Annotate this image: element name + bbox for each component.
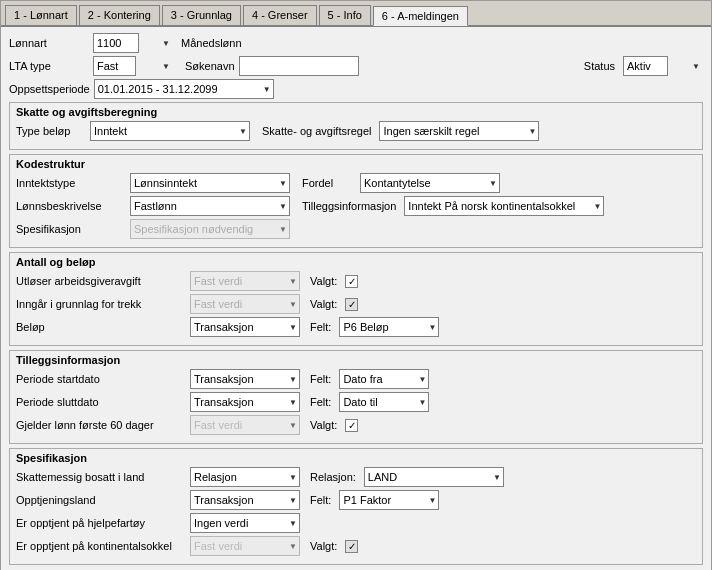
skatt-bosatt-label: Skattemessig bosatt i land xyxy=(16,471,186,483)
spesifikasjon-label: Spesifikasjon xyxy=(16,223,126,235)
utloses-valgt: Valgt: xyxy=(310,275,337,287)
status-select[interactable]: Aktiv xyxy=(623,56,668,76)
spesifikasjon-section: Spesifikasjon Skattemessig bosatt i land… xyxy=(9,448,703,565)
inngar-row: Inngår i grunnlag for trekk Fast verdi V… xyxy=(16,294,696,314)
skatt-bosatt-type-select[interactable]: Relasjon xyxy=(190,467,300,487)
periode-slutt-label: Periode sluttdato xyxy=(16,396,186,408)
gjelder-valgt: Valgt: xyxy=(310,419,337,431)
type-belop-wrapper: Inntekt xyxy=(90,121,250,141)
tab-info[interactable]: 5 - Info xyxy=(319,5,371,25)
tab-amelding[interactable]: 6 - A-meldingen xyxy=(373,6,468,26)
belop-field-wrapper: P6 Beløp xyxy=(335,317,439,337)
type-belop-select[interactable]: Inntekt xyxy=(90,121,250,141)
periode-slutt-field-select[interactable]: Dato til xyxy=(339,392,429,412)
periode-slutt-type-select[interactable]: Transaksjon xyxy=(190,392,300,412)
periode-start-type-select[interactable]: Transaksjon xyxy=(190,369,300,389)
inngar-wrapper: Fast verdi xyxy=(190,294,300,314)
lonnart-select[interactable]: 1100 xyxy=(93,33,139,53)
belop-type-wrapper: Transaksjon xyxy=(190,317,300,337)
utloses-checkbox[interactable] xyxy=(345,275,358,288)
lta-select-wrapper: Fast xyxy=(93,56,173,76)
status-select-wrapper: Aktiv xyxy=(623,56,703,76)
tillegg-title: Tilleggsinformasjon xyxy=(16,354,696,366)
periode-slutt-type-wrapper: Transaksjon xyxy=(190,392,300,412)
inngar-checkbox xyxy=(345,298,358,311)
kontinent-label: Er opptjent på kontinentalsokkel xyxy=(16,540,186,552)
periode-slutt-field-wrapper: Dato til xyxy=(335,392,429,412)
hjelpefartoy-row: Er opptjent på hjelpefartøy Ingen verdi xyxy=(16,513,696,533)
utloses-select[interactable]: Fast verdi xyxy=(190,271,300,291)
kontinent-checkbox xyxy=(345,540,358,553)
skatt-row: Type beløp Inntekt Skatte- og avgiftsreg… xyxy=(16,121,696,141)
skatt-title: Skatte og avgiftsberegning xyxy=(16,106,696,118)
tab-grunnlag[interactable]: 3 - Grunnlag xyxy=(162,5,241,25)
belop-field-select[interactable]: P6 Beløp xyxy=(339,317,439,337)
spesifikasjon-wrapper: Spesifikasjon nødvendig xyxy=(130,219,290,239)
antall-section: Antall og beløp Utløser arbeidsgiveravgi… xyxy=(9,252,703,346)
oppsetts-row: Oppsettsperiode 01.01.2015 - 31.12.2099 xyxy=(9,79,703,99)
tab-kontering[interactable]: 2 - Kontering xyxy=(79,5,160,25)
spesifikasjon-section-title: Spesifikasjon xyxy=(16,452,696,464)
lonnsbeskrivelse-select[interactable]: Fastlønn xyxy=(130,196,290,216)
lta-name-input[interactable] xyxy=(239,56,359,76)
inngar-valgt: Valgt: xyxy=(310,298,337,310)
inngar-label: Inngår i grunnlag for trekk xyxy=(16,298,186,310)
opptjenings-felt-label: Felt: xyxy=(310,494,331,506)
opptjenings-field-select[interactable]: P1 Faktor xyxy=(339,490,439,510)
inntektstype-select[interactable]: Lønnsinntekt xyxy=(130,173,290,193)
fordel-wrapper: Kontantytelse xyxy=(356,173,500,193)
tillegg-select[interactable]: Inntekt På norsk kontinentalsokkel xyxy=(404,196,604,216)
spesifikasjon-select[interactable]: Spesifikasjon nødvendig xyxy=(130,219,290,239)
skatt-relasjon-wrapper: LAND xyxy=(360,467,504,487)
tillegg-label: Tilleggsinformasjon xyxy=(302,200,396,212)
tab-lonnart[interactable]: 1 - Lønnart xyxy=(5,5,77,25)
main-window: 1 - Lønnart 2 - Kontering 3 - Grunnlag 4… xyxy=(0,0,712,570)
inngar-select[interactable]: Fast verdi xyxy=(190,294,300,314)
opptjenings-type-wrapper: Transaksjon xyxy=(190,490,300,510)
gjelder-type-wrapper: Fast verdi xyxy=(190,415,300,435)
gjelder-type-select[interactable]: Fast verdi xyxy=(190,415,300,435)
lonnart-label: Lønnart xyxy=(9,37,89,49)
periode-slutt-row: Periode sluttdato Transaksjon Felt: Dato… xyxy=(16,392,696,412)
regel-wrapper: Ingen særskilt regel xyxy=(375,121,539,141)
gjelder-label: Gjelder lønn første 60 dager xyxy=(16,419,186,431)
antall-title: Antall og beløp xyxy=(16,256,696,268)
main-content: Lønnart 1100 Månedslønn LTA type Fast Sø… xyxy=(1,27,711,570)
gjelder-row: Gjelder lønn første 60 dager Fast verdi … xyxy=(16,415,696,435)
skatt-relasjon-select[interactable]: LAND xyxy=(364,467,504,487)
hjelpefartoy-type-wrapper: Ingen verdi xyxy=(190,513,300,533)
opptjenings-row: Opptjeningsland Transaksjon Felt: P1 Fak… xyxy=(16,490,696,510)
tab-grenser[interactable]: 4 - Grenser xyxy=(243,5,317,25)
kontinent-row: Er opptjent på kontinentalsokkel Fast ve… xyxy=(16,536,696,556)
belop-label: Beløp xyxy=(16,321,186,333)
lta-label: LTA type xyxy=(9,60,89,72)
hjelpefartoy-label: Er opptjent på hjelpefartøy xyxy=(16,517,186,529)
periode-start-field-wrapper: Dato fra xyxy=(335,369,429,389)
inntektstype-wrapper: Lønnsinntekt xyxy=(130,173,290,193)
periode-start-label: Periode startdato xyxy=(16,373,186,385)
opptjenings-field-wrapper: P1 Faktor xyxy=(335,490,439,510)
skatt-bosatt-row: Skattemessig bosatt i land Relasjon Rela… xyxy=(16,467,696,487)
tillegg-wrapper: Inntekt På norsk kontinentalsokkel xyxy=(400,196,604,216)
status-label: Status xyxy=(584,60,615,72)
lonnart-row: Lønnart 1100 Månedslønn xyxy=(9,33,703,53)
opptjenings-label: Opptjeningsland xyxy=(16,494,186,506)
kode-section: Kodestruktur Inntektstype Lønnsinntekt F… xyxy=(9,154,703,248)
tillegg-section: Tilleggsinformasjon Periode startdato Tr… xyxy=(9,350,703,444)
oppsetts-select-wrapper: 01.01.2015 - 31.12.2099 xyxy=(94,79,274,99)
gjelder-checkbox[interactable] xyxy=(345,419,358,432)
hjelpefartoy-type-select[interactable]: Ingen verdi xyxy=(190,513,300,533)
lta-select[interactable]: Fast xyxy=(93,56,136,76)
periode-start-field-select[interactable]: Dato fra xyxy=(339,369,429,389)
type-belop-label: Type beløp xyxy=(16,125,86,137)
fordel-select[interactable]: Kontantytelse xyxy=(360,173,500,193)
periode-start-row: Periode startdato Transaksjon Felt: Dato… xyxy=(16,369,696,389)
lonnart-type: Månedslønn xyxy=(181,37,242,49)
regel-select[interactable]: Ingen særskilt regel xyxy=(379,121,539,141)
kontinent-type-select[interactable]: Fast verdi xyxy=(190,536,300,556)
skatt-section: Skatte og avgiftsberegning Type beløp In… xyxy=(9,102,703,150)
opptjenings-type-select[interactable]: Transaksjon xyxy=(190,490,300,510)
periode-start-felt: Felt: xyxy=(310,373,331,385)
oppsetts-select[interactable]: 01.01.2015 - 31.12.2099 xyxy=(94,79,274,99)
belop-type-select[interactable]: Transaksjon xyxy=(190,317,300,337)
